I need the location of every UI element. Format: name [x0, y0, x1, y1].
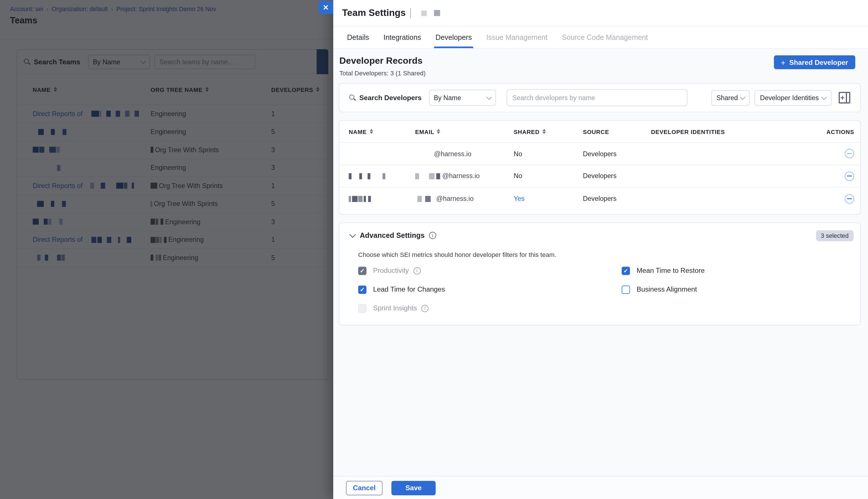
developer-search-bar: Search Developers By Name Shared Develop…	[339, 83, 860, 112]
sort-icon[interactable]	[542, 129, 546, 134]
selected-count-badge: 3 selected	[816, 230, 854, 241]
checkbox-lead-time-for-changes[interactable]: Lead Time for Changes	[358, 285, 622, 294]
redaction-block	[418, 196, 422, 202]
shared-filter-label: Shared	[716, 94, 738, 101]
chevron-down-icon	[740, 94, 745, 100]
redaction-block	[352, 196, 358, 202]
remove-developer-icon[interactable]	[845, 172, 854, 181]
redacted-team-name	[421, 10, 427, 16]
section-subtitle: Total Developers: 3 (1 Shared)	[339, 70, 425, 76]
search-icon	[349, 95, 355, 101]
developer-table-header: NAME EMAIL SHARED SOURCE DEVELOPER IDENT…	[339, 121, 860, 143]
drawer-header: Team Settings	[333, 0, 868, 26]
dev-shared-cell: Yes	[514, 195, 583, 203]
checkbox-label: Business Alignment	[637, 285, 697, 293]
dev-source-cell: Developers	[583, 150, 651, 158]
dev-col-name: NAME	[349, 128, 366, 135]
cancel-button[interactable]: Cancel	[346, 480, 383, 495]
checkbox-unchecked-icon[interactable]	[358, 304, 366, 312]
dev-col-actions: ACTIONS	[821, 128, 854, 135]
tab-details[interactable]: Details	[340, 26, 376, 48]
advanced-settings-card: Advanced Settings i 3 selected Choose wh…	[339, 222, 860, 325]
drawer-tabs: DetailsIntegrationsDevelopersIssue Manag…	[333, 26, 868, 49]
info-icon[interactable]: i	[413, 267, 420, 274]
checkbox-label: Sprint Insights	[373, 304, 417, 312]
redaction-block	[415, 173, 419, 179]
redaction-block	[368, 173, 371, 179]
add-column-icon[interactable]	[839, 92, 851, 104]
dev-source-cell: Developers	[583, 195, 651, 203]
checkbox-business-alignment[interactable]: Business Alignment	[622, 285, 704, 294]
checkbox-unchecked-icon[interactable]	[622, 285, 630, 294]
section-header: Developer Records Total Developers: 3 (1…	[339, 54, 860, 83]
developer-search-input[interactable]	[506, 89, 687, 106]
dev-name-cell	[349, 196, 415, 202]
dev-col-source: SOURCE	[583, 128, 651, 135]
developer-search-filter-select[interactable]: By Name	[429, 89, 496, 106]
redacted-email-prefix	[415, 173, 440, 179]
modal-overlay[interactable]	[0, 0, 333, 499]
info-icon[interactable]: i	[421, 305, 429, 312]
table-row[interactable]: @harness.ioYesDevelopers	[339, 187, 860, 210]
tab-integrations[interactable]: Integrations	[376, 26, 428, 48]
checkbox-sprint-insights[interactable]: Sprint Insightsi	[358, 304, 622, 312]
redaction-block	[436, 173, 440, 179]
section-title: Developer Records	[339, 56, 425, 66]
redacted-email-prefix	[415, 151, 432, 157]
remove-developer-icon[interactable]	[845, 194, 854, 204]
redaction-block	[349, 196, 351, 202]
dev-actions-cell	[821, 149, 854, 158]
checkbox-checked-icon[interactable]	[358, 267, 366, 275]
checkbox-mean-time-to-restore[interactable]: Mean Time to Restore	[622, 267, 704, 275]
dev-source-cell: Developers	[583, 172, 651, 180]
advanced-settings-title: Advanced Settings	[360, 231, 425, 240]
save-button[interactable]: Save	[391, 480, 436, 495]
developer-search-label: Search Developers	[359, 94, 421, 101]
advanced-settings-header: Advanced Settings i 3 selected	[349, 230, 854, 241]
dev-actions-cell	[821, 194, 854, 204]
dev-email-suffix: @harness.io	[436, 195, 473, 203]
checkbox-label: Productivity	[373, 267, 409, 275]
title-separator	[410, 8, 411, 18]
chevron-down-icon[interactable]	[349, 232, 356, 238]
redaction-block	[425, 196, 431, 202]
remove-developer-icon[interactable]	[845, 149, 854, 158]
dev-email-suffix: @harness.io	[434, 150, 471, 158]
dev-shared-cell: No	[514, 150, 583, 158]
chevron-down-icon	[821, 94, 827, 100]
developer-search-filter-value: By Name	[434, 94, 461, 101]
redaction-block	[415, 151, 432, 157]
metric-checkbox-grid: ProductivityiLead Time for ChangesSprint…	[349, 267, 854, 312]
plus-icon: +	[781, 58, 785, 66]
drawer-title: Team Settings	[342, 8, 406, 19]
developer-identities-dropdown[interactable]: Developer Identities	[755, 90, 831, 105]
sort-icon[interactable]	[436, 129, 440, 134]
add-shared-developer-button[interactable]: + Shared Developer	[773, 56, 855, 70]
close-icon[interactable]: ✕	[318, 1, 333, 14]
redacted-team-name	[434, 10, 440, 16]
chevron-down-icon	[486, 94, 492, 100]
table-row[interactable]: @harness.ioNoDevelopers	[339, 165, 860, 188]
redaction-block	[359, 173, 362, 179]
developer-table-body: @harness.ioNoDevelopers@harness.ioNoDeve…	[339, 143, 860, 210]
sort-icon[interactable]	[370, 129, 373, 134]
developer-identities-label: Developer Identities	[760, 94, 819, 101]
redacted-dev-name	[349, 173, 385, 179]
dev-email-cell: @harness.io	[415, 172, 514, 180]
table-row[interactable]: @harness.ioNoDevelopers	[339, 143, 860, 165]
tab-developers[interactable]: Developers	[428, 26, 479, 48]
dev-email-suffix: @harness.io	[442, 172, 480, 180]
add-shared-developer-label: Shared Developer	[789, 58, 848, 66]
checkbox-checked-icon[interactable]	[622, 267, 630, 275]
checkbox-productivity[interactable]: Productivityi	[358, 267, 622, 275]
info-icon[interactable]: i	[429, 232, 436, 239]
dev-col-shared: SHARED	[514, 128, 540, 135]
tab-source-code-management[interactable]: Source Code Management	[555, 26, 655, 48]
redaction-block	[383, 173, 385, 179]
tab-issue-management[interactable]: Issue Management	[479, 26, 555, 48]
dev-col-identities: DEVELOPER IDENTITIES	[651, 128, 821, 135]
shared-filter-dropdown[interactable]: Shared	[711, 90, 750, 105]
checkbox-checked-icon[interactable]	[358, 285, 366, 294]
dev-email-cell: @harness.io	[415, 195, 514, 203]
drawer-content: Developer Records Total Developers: 3 (1…	[333, 49, 868, 476]
